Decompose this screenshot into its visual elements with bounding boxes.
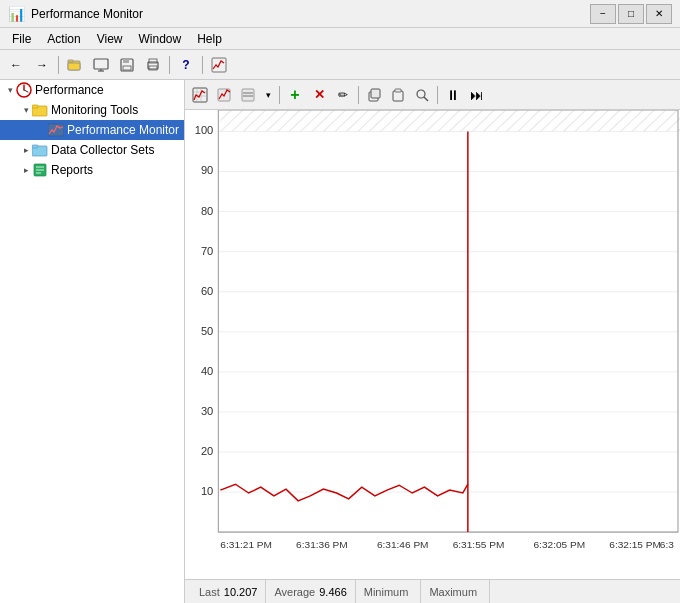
save-button[interactable] [115, 54, 139, 76]
performance-icon [16, 82, 32, 98]
paste-button[interactable] [387, 84, 409, 106]
svg-text:6:3: 6:3 [660, 539, 675, 550]
svg-rect-16 [48, 124, 64, 136]
svg-text:6:32:05 PM: 6:32:05 PM [534, 539, 586, 550]
svg-rect-40 [220, 110, 680, 131]
last-value: 10.207 [224, 586, 258, 598]
add-counter-button[interactable]: + [284, 84, 306, 106]
menu-help[interactable]: Help [189, 30, 230, 48]
main-layout: ▾ Performance ▾ Monitoring Tools [0, 80, 680, 603]
chart-toolbar-sep-1 [279, 86, 280, 104]
minimize-button[interactable]: − [590, 4, 616, 24]
average-value: 9.466 [319, 586, 347, 598]
svg-rect-18 [32, 145, 38, 148]
status-bar: Last 10.207 Average 9.466 Minimum Maximu… [185, 579, 680, 603]
last-label: Last [199, 586, 220, 598]
svg-rect-35 [395, 89, 401, 92]
performance-chart: 100 90 80 70 60 50 40 30 20 10 [185, 110, 680, 579]
sidebar-item-performance[interactable]: ▾ Performance [0, 80, 184, 100]
svg-text:70: 70 [201, 245, 213, 257]
expand-performance[interactable]: ▾ [4, 84, 16, 96]
sidebar-item-data-collector[interactable]: ▸ Data Collector Sets [0, 140, 184, 160]
performance-label: Performance [35, 83, 104, 97]
title-bar-icon: 📊 [8, 6, 25, 22]
main-toolbar: ← → ? [0, 50, 680, 80]
expand-datacollector[interactable]: ▸ [20, 144, 32, 156]
menu-view[interactable]: View [89, 30, 131, 48]
title-bar: 📊 Performance Monitor − □ ✕ [0, 0, 680, 28]
svg-text:6:32:15 PM: 6:32:15 PM [609, 539, 661, 550]
monitor-button[interactable] [89, 54, 113, 76]
sidebar-item-performance-monitor[interactable]: ▸ Performance Monitor [0, 120, 184, 140]
menu-bar: File Action View Window Help [0, 28, 680, 50]
svg-text:10: 10 [201, 485, 213, 497]
svg-text:80: 80 [201, 205, 213, 217]
svg-text:100: 100 [195, 125, 214, 137]
delete-counter-button[interactable]: ✕ [308, 84, 330, 106]
status-minimum: Minimum [356, 580, 422, 603]
expand-reports[interactable]: ▸ [20, 164, 32, 176]
svg-text:20: 20 [201, 445, 213, 457]
performance-monitor-label: Performance Monitor [67, 123, 179, 137]
status-maximum: Maximum [421, 580, 490, 603]
svg-rect-8 [123, 66, 131, 70]
copy-button[interactable] [363, 84, 385, 106]
average-label: Average [274, 586, 315, 598]
menu-action[interactable]: Action [39, 30, 88, 48]
reports-label: Reports [51, 163, 93, 177]
svg-text:90: 90 [201, 165, 213, 177]
help-button[interactable]: ? [174, 54, 198, 76]
svg-line-37 [424, 97, 428, 101]
print-button[interactable] [141, 54, 165, 76]
svg-rect-3 [94, 59, 108, 69]
open-button[interactable] [63, 54, 87, 76]
svg-text:30: 30 [201, 405, 213, 417]
data-collector-label: Data Collector Sets [51, 143, 154, 157]
title-bar-controls: − □ ✕ [590, 4, 672, 24]
sidebar-item-reports[interactable]: ▸ Reports [0, 160, 184, 180]
svg-point-36 [417, 90, 425, 98]
svg-text:6:31:55 PM: 6:31:55 PM [453, 539, 505, 550]
back-button[interactable]: ← [4, 54, 28, 76]
svg-rect-1 [68, 63, 80, 70]
svg-text:50: 50 [201, 325, 213, 337]
content-area: ▾ + ✕ ✏ [185, 80, 680, 603]
maximize-button[interactable]: □ [618, 4, 644, 24]
menu-window[interactable]: Window [131, 30, 190, 48]
view-dropdown-button[interactable]: ▾ [261, 84, 275, 106]
next-button[interactable]: ⏭ [466, 84, 488, 106]
svg-rect-33 [371, 89, 380, 98]
svg-rect-15 [32, 105, 38, 108]
chart-toolbar-sep-3 [437, 86, 438, 104]
toolbar-separator-3 [202, 56, 203, 74]
perfmon-button[interactable] [207, 54, 231, 76]
status-average: Average 9.466 [266, 580, 355, 603]
datacollector-folder-icon [32, 142, 48, 158]
forward-button[interactable]: → [30, 54, 54, 76]
svg-rect-38 [185, 110, 680, 579]
svg-text:40: 40 [201, 365, 213, 377]
highlight-button[interactable] [213, 84, 235, 106]
chart-area: 100 90 80 70 60 50 40 30 20 10 [185, 110, 680, 579]
svg-rect-2 [68, 60, 73, 62]
maximum-label: Maximum [429, 586, 477, 598]
monitoring-folder-icon [32, 102, 48, 118]
pause-button[interactable]: ⏸ [442, 84, 464, 106]
graph-view-button[interactable] [189, 84, 211, 106]
zoom-button[interactable] [411, 84, 433, 106]
svg-rect-34 [393, 91, 403, 101]
chart-toolbar: ▾ + ✕ ✏ [185, 80, 680, 110]
svg-rect-7 [123, 59, 129, 63]
perfmon-chart-icon [48, 122, 64, 138]
menu-file[interactable]: File [4, 30, 39, 48]
minimum-label: Minimum [364, 586, 409, 598]
chart-toolbar-sep-2 [358, 86, 359, 104]
properties-button[interactable]: ✏ [332, 84, 354, 106]
svg-text:60: 60 [201, 285, 213, 297]
sidebar: ▾ Performance ▾ Monitoring Tools [0, 80, 185, 603]
sidebar-item-monitoring-tools[interactable]: ▾ Monitoring Tools [0, 100, 184, 120]
view-type-button[interactable] [237, 84, 259, 106]
close-button[interactable]: ✕ [646, 4, 672, 24]
expand-monitoring[interactable]: ▾ [20, 104, 32, 116]
reports-icon [32, 162, 48, 178]
